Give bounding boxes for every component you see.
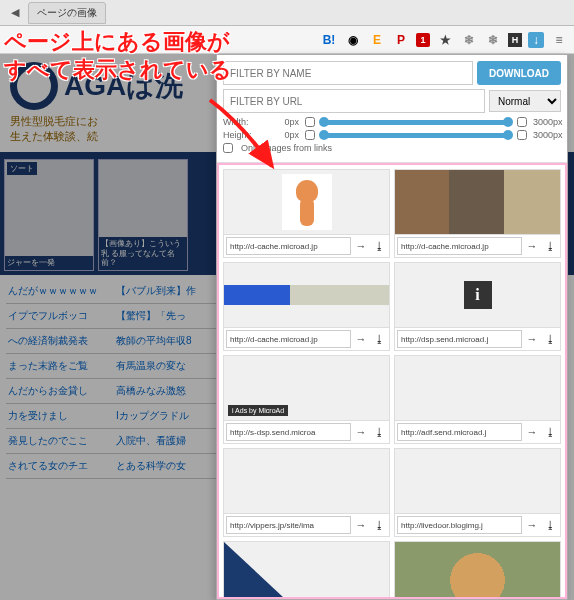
image-url-input[interactable] (397, 423, 522, 441)
width-min-value: 0px (271, 117, 299, 127)
open-icon[interactable]: → (353, 424, 369, 440)
download-icon[interactable]: ⭳ (371, 517, 387, 533)
open-icon[interactable]: → (524, 424, 540, 440)
download-icon[interactable]: ⭳ (542, 517, 558, 533)
thumbnail[interactable] (224, 170, 389, 234)
image-item: →⭳ (394, 448, 561, 537)
download-icon[interactable]: ⭳ (371, 424, 387, 440)
ext-e-icon[interactable]: E (368, 31, 386, 49)
download-button[interactable]: DOWNLOAD (477, 61, 561, 85)
open-icon[interactable]: → (524, 238, 540, 254)
open-icon[interactable]: → (353, 517, 369, 533)
width-max-checkbox[interactable] (517, 117, 527, 127)
image-url-input[interactable] (226, 423, 351, 441)
ext-p-icon[interactable]: P (392, 31, 410, 49)
image-downloader-panel: DOWNLOAD Normal Width: 0px 3000px Height… (216, 54, 568, 600)
image-item: →⭳ (394, 169, 561, 258)
image-item: →⭳ (223, 541, 390, 599)
browser-tab-bar: ◀ ページの画像 (0, 0, 574, 26)
height-slider[interactable] (321, 133, 511, 138)
download-icon[interactable]: ⭳ (542, 331, 558, 347)
hatena-icon[interactable]: B! (320, 31, 338, 49)
mode-select[interactable]: Normal (489, 90, 561, 112)
filter-name-input[interactable] (223, 61, 473, 85)
image-item: i →⭳ (394, 262, 561, 351)
extension-toolbar: B! ◉ E P 1 ★ ❄ ❄ H ↓ ≡ (0, 26, 574, 54)
image-url-input[interactable] (226, 516, 351, 534)
thumbnail[interactable] (395, 170, 560, 234)
image-item: →⭳ (223, 169, 390, 258)
image-url-input[interactable] (397, 330, 522, 348)
only-links-label: Only images from links (241, 143, 332, 153)
image-downloader-icon[interactable]: ↓ (528, 32, 544, 48)
star-icon[interactable]: ★ (436, 31, 454, 49)
menu-icon[interactable]: ≡ (550, 31, 568, 49)
thumbnail[interactable] (224, 263, 389, 327)
width-slider[interactable] (321, 120, 511, 125)
width-max-value: 3000px (533, 117, 561, 127)
height-min-value: 0px (271, 130, 299, 140)
panel-controls: DOWNLOAD Normal Width: 0px 3000px Height… (217, 55, 567, 163)
height-label: Height: (223, 130, 265, 140)
height-max-value: 3000px (533, 130, 561, 140)
image-url-input[interactable] (397, 237, 522, 255)
article-card[interactable]: 【画像あり】こういう乳 る服ってなんて名前？ (98, 159, 188, 271)
thumbnail[interactable]: i (395, 263, 560, 327)
thumbnail[interactable] (395, 542, 560, 599)
image-grid: →⭳ →⭳ →⭳ i →⭳ i Ads by MicroAd →⭳ →⭳ →⭳ … (217, 163, 567, 599)
image-url-input[interactable] (226, 330, 351, 348)
open-icon[interactable]: → (524, 517, 540, 533)
image-item: →⭳ (394, 541, 561, 599)
download-icon[interactable]: ⭳ (542, 424, 558, 440)
image-item: →⭳ (394, 355, 561, 444)
open-icon[interactable]: → (524, 331, 540, 347)
site-logo-icon (10, 62, 58, 110)
open-icon[interactable]: → (353, 238, 369, 254)
image-item: →⭳ (223, 262, 390, 351)
download-icon[interactable]: ⭳ (371, 331, 387, 347)
article-card[interactable]: ソート ジャーを一発 (4, 159, 94, 271)
image-item: i Ads by MicroAd →⭳ (223, 355, 390, 444)
image-url-input[interactable] (226, 237, 351, 255)
download-icon[interactable]: ⭳ (371, 238, 387, 254)
thumbnail[interactable]: i Ads by MicroAd (224, 356, 389, 420)
browser-tab[interactable]: ページの画像 (28, 2, 106, 24)
width-min-checkbox[interactable] (305, 117, 315, 127)
back-button[interactable]: ◀ (4, 3, 26, 23)
thumbnail[interactable] (224, 542, 389, 599)
image-url-input[interactable] (397, 516, 522, 534)
snow-icon-1[interactable]: ❄ (460, 31, 478, 49)
thumbnail[interactable] (395, 356, 560, 420)
open-icon[interactable]: → (353, 331, 369, 347)
site-logo-text: AGAは洗 (64, 67, 183, 105)
thumbnail[interactable] (395, 449, 560, 513)
target-icon[interactable]: ◉ (344, 31, 362, 49)
ext-h-icon[interactable]: H (508, 33, 522, 47)
filter-url-input[interactable] (223, 89, 485, 113)
width-label: Width: (223, 117, 265, 127)
download-icon[interactable]: ⭳ (542, 238, 558, 254)
thumbnail[interactable] (224, 449, 389, 513)
image-item: →⭳ (223, 448, 390, 537)
only-links-checkbox[interactable] (223, 143, 233, 153)
badge-1-icon[interactable]: 1 (416, 33, 430, 47)
height-max-checkbox[interactable] (517, 130, 527, 140)
height-min-checkbox[interactable] (305, 130, 315, 140)
snow-icon-2[interactable]: ❄ (484, 31, 502, 49)
